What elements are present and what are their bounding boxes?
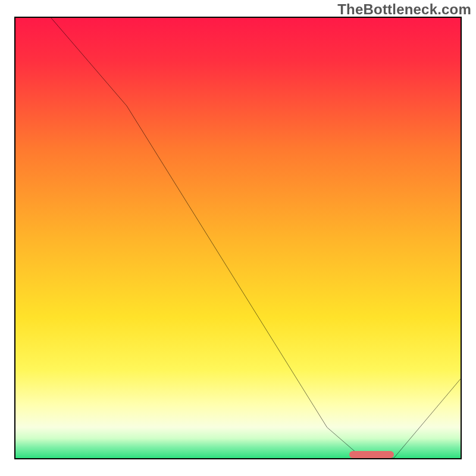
chart-container: TheBottleneck.com	[0, 0, 476, 476]
svg-rect-0	[15, 18, 461, 458]
watermark-text: TheBottleneck.com	[337, 1, 471, 18]
bottleneck-marker	[349, 451, 394, 458]
gradient-background	[15, 18, 461, 458]
plot-area	[14, 17, 462, 459]
